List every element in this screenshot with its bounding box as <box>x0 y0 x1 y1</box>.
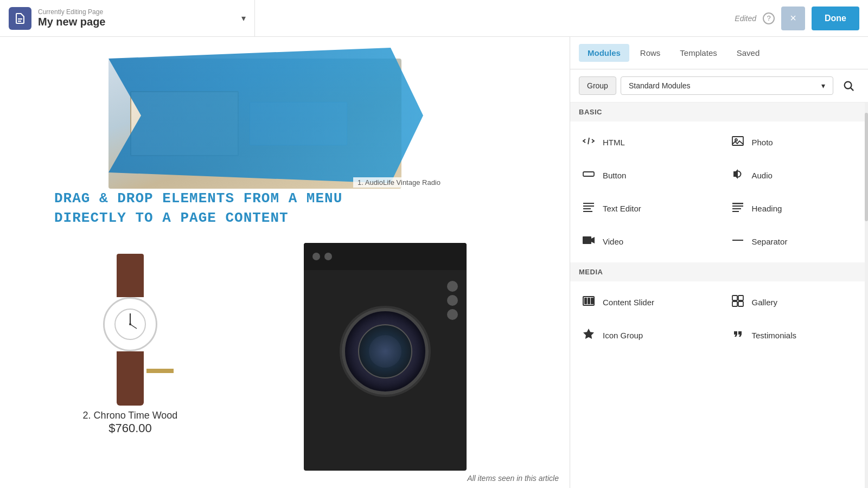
module-photo[interactable]: Photo <box>719 126 869 159</box>
svg-rect-27 <box>738 296 743 300</box>
svg-point-9 <box>735 139 737 141</box>
svg-marker-30 <box>583 329 594 339</box>
html-icon <box>581 134 596 150</box>
module-icon-group[interactable]: Icon Group <box>570 319 719 352</box>
canvas: 1. AudioLife Vintage Radio DRAG & DROP E… <box>0 37 570 488</box>
modules-dropdown[interactable]: Standard Modules ▾ <box>621 76 833 95</box>
photo-label: Photo <box>752 138 773 147</box>
scroll-track <box>865 102 868 488</box>
module-testimonials[interactable]: Testimonials <box>719 319 869 352</box>
module-heading[interactable]: Heading <box>719 192 869 225</box>
page-dropdown-chevron[interactable]: ▾ <box>241 13 246 23</box>
tab-saved[interactable]: Saved <box>728 44 769 62</box>
panel-filter-row: Group Standard Modules ▾ <box>570 69 868 102</box>
done-button[interactable]: Done <box>812 7 859 30</box>
svg-rect-8 <box>732 137 743 145</box>
header-bar: Currently Editing Page My new page ▾ Edi… <box>0 0 868 37</box>
testimonials-icon <box>730 328 745 343</box>
edited-label: Edited <box>735 14 756 23</box>
header-right: Edited ? × Done <box>726 7 868 30</box>
watch-price: $760.00 <box>108 421 152 435</box>
module-separator[interactable]: Separator <box>719 225 869 258</box>
tab-rows[interactable]: Rows <box>631 44 669 62</box>
svg-rect-19 <box>583 236 591 244</box>
svg-rect-10 <box>583 172 594 176</box>
svg-rect-28 <box>732 301 737 306</box>
audio-icon <box>730 168 745 183</box>
svg-rect-23 <box>584 298 587 304</box>
page-name-label: My new page <box>38 16 235 28</box>
svg-rect-15 <box>732 203 743 204</box>
text-editor-label: Text Editor <box>603 204 641 213</box>
svg-rect-11 <box>583 203 594 204</box>
basic-modules-grid: HTML Photo <box>570 121 868 262</box>
camera-lens <box>342 308 429 395</box>
camera-area <box>304 243 467 471</box>
watch-buckle <box>146 369 174 373</box>
tab-templates[interactable]: Templates <box>671 44 725 62</box>
module-text-editor[interactable]: Text Editor <box>570 192 719 225</box>
button-label: Button <box>603 171 626 180</box>
scroll-thumb[interactable] <box>865 113 868 221</box>
page-info: Currently Editing Page My new page ▾ <box>0 0 255 36</box>
watch-face <box>103 297 157 351</box>
svg-line-6 <box>851 88 853 91</box>
module-gallery[interactable]: Gallery <box>719 286 869 319</box>
page-text: Currently Editing Page My new page <box>38 8 235 28</box>
video-icon <box>581 234 596 249</box>
module-list: BASIC HTML <box>570 102 868 488</box>
watch-image <box>87 254 174 406</box>
svg-rect-26 <box>732 296 737 300</box>
tab-modules[interactable]: Modules <box>579 44 629 62</box>
heading-label: Heading <box>752 204 782 213</box>
svg-line-7 <box>588 138 589 144</box>
watch-name: 2. Chrono Time Wood <box>83 410 178 421</box>
svg-point-5 <box>845 82 852 89</box>
svg-point-4 <box>129 323 131 325</box>
radio-product-label: 1. AudioLife Vintage Radio <box>353 177 445 188</box>
text-editor-icon <box>581 201 596 216</box>
module-button[interactable]: Button <box>570 159 719 192</box>
gallery-label: Gallery <box>752 298 778 307</box>
currently-editing-label: Currently Editing Page <box>38 8 235 16</box>
group-button[interactable]: Group <box>579 76 616 95</box>
watch-strap-top <box>117 254 144 297</box>
svg-rect-18 <box>732 211 739 212</box>
content-slider-label: Content Slider <box>603 298 654 307</box>
watch-strap-bottom <box>117 351 144 406</box>
module-audio[interactable]: Audio <box>719 159 869 192</box>
svg-marker-0 <box>108 48 423 183</box>
svg-rect-13 <box>583 208 591 209</box>
drag-drop-line2: DIRECTLY TO A PAGE CONTENT <box>54 208 342 228</box>
separator-label: Separator <box>752 237 788 246</box>
icon-group-label: Icon Group <box>603 331 643 340</box>
main-area: 1. AudioLife Vintage Radio DRAG & DROP E… <box>0 37 868 488</box>
module-content-slider[interactable]: Content Slider <box>570 286 719 319</box>
svg-rect-17 <box>732 208 741 209</box>
svg-rect-12 <box>583 206 594 207</box>
separator-icon <box>730 234 745 249</box>
module-html[interactable]: HTML <box>570 126 719 159</box>
help-icon[interactable]: ? <box>763 12 775 24</box>
content-slider-icon <box>581 294 596 310</box>
media-modules-grid: Content Slider Gallery <box>570 281 868 356</box>
section-basic: BASIC <box>570 102 868 121</box>
svg-rect-29 <box>738 301 743 306</box>
drag-drop-line1: DRAG & DROP ELEMENTS FROM A MENU <box>54 189 342 208</box>
panel-tabs: Modules Rows Templates Saved <box>570 37 868 69</box>
close-button[interactable]: × <box>781 7 805 30</box>
testimonials-label: Testimonials <box>752 331 797 340</box>
html-label: HTML <box>603 138 625 147</box>
search-button[interactable] <box>838 75 859 97</box>
svg-rect-14 <box>583 211 592 212</box>
heading-icon <box>730 201 745 216</box>
video-label: Video <box>603 237 623 246</box>
svg-rect-16 <box>732 206 743 207</box>
hero-area: 1. AudioLife Vintage Radio <box>54 37 456 194</box>
canvas-content: 1. AudioLife Vintage Radio DRAG & DROP E… <box>0 37 570 488</box>
audio-label: Audio <box>752 171 773 180</box>
module-video[interactable]: Video <box>570 225 719 258</box>
page-icon <box>9 7 31 30</box>
svg-rect-24 <box>588 298 590 304</box>
svg-rect-25 <box>591 298 593 304</box>
